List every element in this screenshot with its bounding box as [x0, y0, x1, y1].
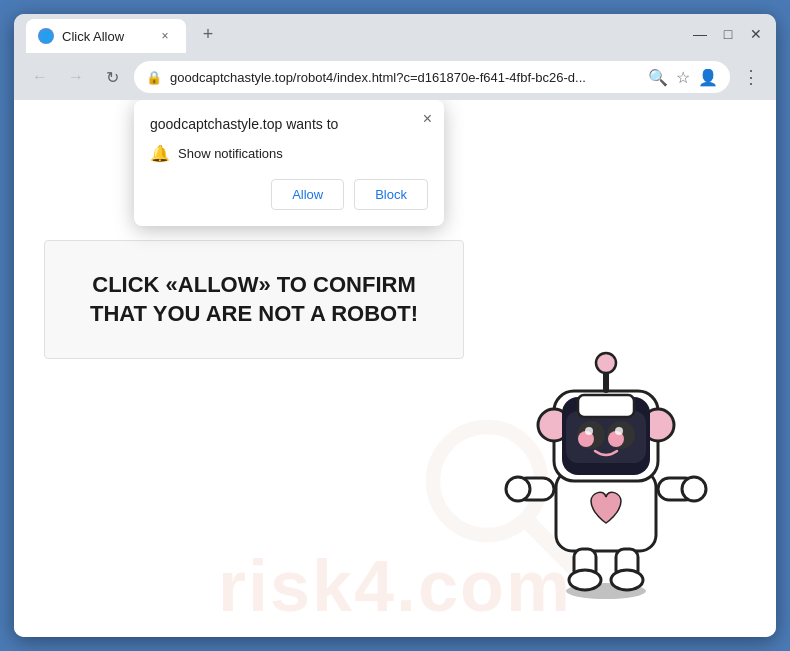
title-bar: 🌐 Click Allow × + — □ ✕: [14, 14, 776, 54]
svg-rect-25: [578, 395, 634, 417]
svg-point-24: [596, 353, 616, 373]
tab-favicon: 🌐: [38, 28, 54, 44]
svg-point-10: [569, 570, 601, 590]
forward-button[interactable]: →: [62, 63, 90, 91]
tab-title: Click Allow: [62, 29, 148, 44]
svg-point-21: [585, 427, 593, 435]
back-button[interactable]: ←: [26, 63, 54, 91]
browser-menu-button[interactable]: ⋮: [738, 66, 764, 88]
bell-icon: 🔔: [150, 144, 170, 163]
search-icon[interactable]: 🔍: [648, 68, 668, 87]
active-tab[interactable]: 🌐 Click Allow ×: [26, 19, 186, 53]
popup-buttons: Allow Block: [150, 179, 428, 210]
address-input[interactable]: 🔒 goodcaptchastyle.top/robot4/index.html…: [134, 61, 730, 93]
svg-point-7: [682, 477, 706, 501]
tab-close-button[interactable]: ×: [156, 27, 174, 45]
maximize-button[interactable]: □: [720, 26, 736, 42]
svg-point-6: [506, 477, 530, 501]
allow-button[interactable]: Allow: [271, 179, 344, 210]
tab-area: 🌐 Click Allow × +: [26, 15, 684, 53]
notification-row: 🔔 Show notifications: [150, 144, 428, 163]
new-tab-button[interactable]: +: [194, 20, 222, 48]
robot-svg: [496, 323, 716, 603]
robot-illustration: [496, 323, 716, 607]
close-window-button[interactable]: ✕: [748, 26, 764, 42]
lock-icon: 🔒: [146, 70, 162, 85]
refresh-button[interactable]: ↻: [98, 63, 126, 91]
url-text: goodcaptchastyle.top/robot4/index.html?c…: [170, 70, 640, 85]
browser-window: 🌐 Click Allow × + — □ ✕ ← → ↻ 🔒 goodcapt…: [14, 14, 776, 637]
captcha-message-box: CLICK «ALLOW» TO CONFIRM THAT YOU ARE NO…: [44, 240, 464, 359]
popup-site-name: goodcaptchastyle.top wants to: [150, 116, 428, 132]
notification-popup: × goodcaptchastyle.top wants to 🔔 Show n…: [134, 100, 444, 226]
svg-point-22: [615, 427, 623, 435]
address-icons: 🔍 ☆ 👤: [648, 68, 718, 87]
minimize-button[interactable]: —: [692, 26, 708, 42]
notification-text: Show notifications: [178, 146, 283, 161]
address-bar: ← → ↻ 🔒 goodcaptchastyle.top/robot4/inde…: [14, 54, 776, 100]
page-content: risk4.com × goodcaptchastyle.top wants t…: [14, 100, 776, 637]
block-button[interactable]: Block: [354, 179, 428, 210]
captcha-text: CLICK «ALLOW» TO CONFIRM THAT YOU ARE NO…: [75, 271, 433, 328]
svg-point-11: [611, 570, 643, 590]
window-controls: — □ ✕: [692, 26, 764, 42]
popup-close-button[interactable]: ×: [423, 110, 432, 128]
bookmark-icon[interactable]: ☆: [676, 68, 690, 87]
profile-icon[interactable]: 👤: [698, 68, 718, 87]
